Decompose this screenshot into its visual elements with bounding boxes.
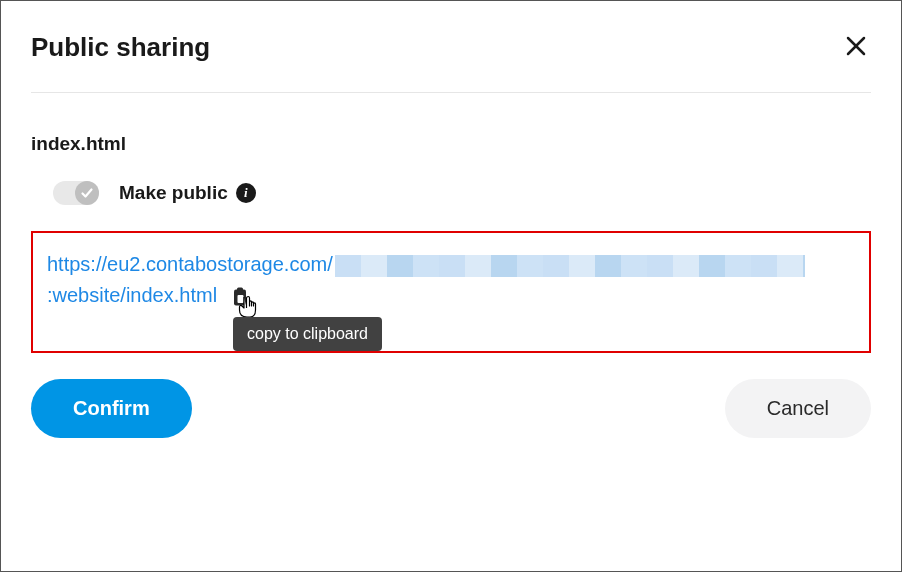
confirm-button[interactable]: Confirm bbox=[31, 379, 192, 438]
public-url-box: https://eu2.contabostorage.com/ :website… bbox=[31, 231, 871, 353]
svg-rect-4 bbox=[237, 295, 243, 303]
public-url-text: https://eu2.contabostorage.com/ :website… bbox=[47, 249, 855, 311]
filename-label: index.html bbox=[31, 133, 871, 155]
clipboard-icon bbox=[229, 286, 251, 308]
public-sharing-dialog: Public sharing index.html Make public bbox=[1, 1, 901, 468]
info-icon[interactable]: i bbox=[236, 183, 256, 203]
url-part1: https://eu2.contabostorage.com/ bbox=[47, 253, 333, 275]
url-redacted bbox=[335, 255, 805, 277]
url-part2: :website/index.html bbox=[47, 284, 217, 306]
make-public-label: Make public i bbox=[119, 182, 256, 204]
dialog-header: Public sharing bbox=[31, 31, 871, 93]
check-icon bbox=[80, 186, 94, 200]
copy-tooltip: copy to clipboard bbox=[233, 317, 382, 351]
dialog-title: Public sharing bbox=[31, 32, 210, 63]
dialog-footer: Confirm Cancel bbox=[31, 379, 871, 438]
toggle-knob bbox=[75, 181, 99, 205]
make-public-toggle[interactable] bbox=[53, 181, 99, 205]
close-button[interactable] bbox=[841, 31, 871, 64]
copy-to-clipboard-button[interactable] bbox=[229, 286, 251, 308]
close-icon bbox=[845, 35, 867, 60]
cancel-button[interactable]: Cancel bbox=[725, 379, 871, 438]
make-public-row: Make public i bbox=[31, 181, 871, 205]
svg-rect-3 bbox=[237, 287, 243, 291]
